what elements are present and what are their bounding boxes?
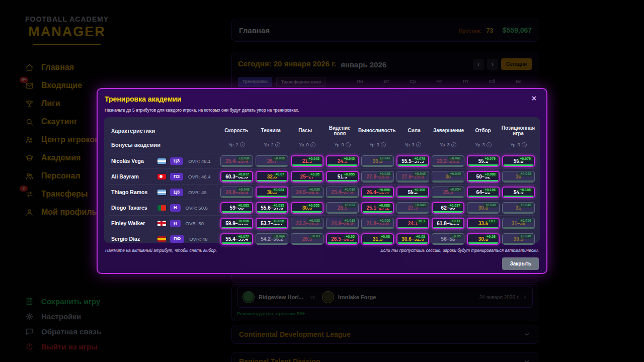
bonus-badge: +0.045 — [448, 171, 463, 176]
attribute-cell[interactable]: +0.07760.3–62.3 — [220, 171, 253, 183]
progress-bar — [221, 165, 252, 166]
attribute-cell[interactable]: +0.1161.8–63.8 — [432, 218, 464, 229]
bonus-badge: +0.045 — [518, 171, 533, 176]
info-icon[interactable]: i — [487, 142, 492, 147]
level-label: Ур. 3 — [510, 142, 520, 147]
attribute-cell[interactable]: +0.10659.2 — [396, 187, 429, 198]
attribute-cell[interactable]: +0.09659.9–61.9 — [220, 218, 253, 229]
attribute-cell[interactable]: +0.04530 — [502, 171, 535, 183]
player-row-2: Thiago RamosЦЗOVR: 49+0.04824.8–26.8+0.0… — [109, 184, 535, 200]
attribute-cell[interactable]: +0.08430.3 — [256, 187, 288, 198]
attribute-cell[interactable]: +0.0526.5–30.5 — [326, 233, 359, 245]
attribute-cell[interactable]: +0.04530.5 — [502, 233, 535, 245]
attribute-cell[interactable]: +0.05425.3 — [432, 187, 464, 198]
column-level-1: Ур. 2i — [256, 142, 288, 147]
attribute-cell[interactable]: +0.07959.1 — [467, 155, 500, 167]
attribute-cell[interactable]: +0.07755.4–59.4 — [220, 233, 253, 245]
characteristics-header: Характеристики — [109, 128, 218, 134]
info-icon[interactable]: i — [310, 142, 315, 147]
position-badge: Н — [170, 204, 181, 212]
attribute-cell[interactable]: +0.05530.3 — [291, 202, 324, 214]
attribute-cell[interactable]: +0.0556–58 — [432, 233, 464, 245]
attribute-cell[interactable]: +0.05621.8–23.8 — [361, 218, 394, 229]
attribute-cell[interactable]: +0.0831.3 — [361, 233, 394, 245]
column-header-1: Техника — [255, 128, 286, 134]
attribute-cell[interactable]: +0.05631–35 — [502, 218, 535, 229]
attribute-cell[interactable]: +0.05551.9 — [326, 171, 359, 183]
column-level-0: Ур. 2i — [220, 142, 253, 147]
player-name: Finley Walker — [111, 220, 153, 226]
attribute-cell[interactable]: +0.04524.9 — [326, 155, 359, 167]
progress-bar — [292, 227, 323, 229]
attribute-cell[interactable]: +0.03328.5 — [326, 202, 359, 214]
attribute-cell[interactable]: +0.04123.2–25.2 — [432, 155, 464, 167]
info-icon[interactable]: i — [451, 142, 456, 147]
attribute-cell[interactable]: +0.04527.6–29.6 — [396, 171, 429, 183]
attribute-cell[interactable]: +0.0830.8 — [467, 233, 500, 245]
attribute-cell[interactable]: +0.09626.4–30.4 — [361, 187, 394, 198]
training-table: Характеристики СкоростьТехникаПасыВидени… — [104, 117, 540, 243]
info-icon[interactable]: i — [275, 142, 280, 147]
attribute-cell[interactable]: +0.10664–66 — [467, 187, 500, 198]
attribute-cell[interactable]: +0.03626.7 — [256, 155, 288, 167]
bonus-badge: +0.049 — [483, 203, 498, 208]
attribute-cell[interactable]: +0.08555.6–57.6 — [256, 202, 288, 214]
bonus-badge: +0.036 — [342, 187, 357, 192]
bonus-badge: +0.079 — [518, 156, 533, 161]
info-icon[interactable]: i — [522, 142, 527, 147]
progress-bar — [327, 196, 358, 198]
progress-bar — [397, 180, 428, 182]
progress-bar — [398, 196, 428, 197]
attribute-cell[interactable]: +0.04530 — [432, 171, 464, 183]
attribute-cell[interactable]: +0.0732.8 — [256, 171, 288, 183]
bonus-badge: +0.041 — [448, 156, 463, 161]
attribute-cell[interactable]: +0.04133.3 — [361, 155, 394, 167]
attribute-cell[interactable]: +0.03823.3–25.3 — [291, 218, 324, 229]
attribute-cell[interactable]: +0.0525–27 — [291, 171, 324, 183]
attribute-cell[interactable]: +0.07959.8 — [502, 155, 535, 167]
info-icon[interactable]: i — [381, 142, 386, 147]
bonus-badge: +0.036 — [236, 156, 252, 161]
attribute-cell[interactable]: +0.08559–63 — [220, 202, 253, 214]
attribute-cell[interactable]: +0.09762–66 — [432, 202, 464, 214]
bonus-badge: +0.03 — [309, 234, 322, 239]
column-header-0: Скорость — [220, 128, 252, 134]
info-icon[interactable]: i — [346, 142, 351, 147]
attribute-cell[interactable]: +0.0830.6–32.6 — [396, 233, 429, 245]
attribute-cell[interactable]: +0.03624.5–28.5 — [291, 187, 324, 198]
attribute-cell[interactable]: +0.03824.9–26.9 — [326, 218, 359, 229]
attribute-cell[interactable]: +0.10654.4 — [502, 187, 535, 198]
attribute-cell[interactable]: +0.0326.5 — [291, 233, 324, 245]
close-button[interactable]: Закрыть — [502, 257, 539, 270]
attribute-cell[interactable]: +0.08850–52 — [467, 171, 500, 183]
level-label: Ур. 0 — [334, 142, 344, 147]
attribute-cell[interactable]: +0.04454.2–56.2 — [256, 233, 288, 245]
portugal-flag-icon — [157, 205, 166, 211]
attribute-cell[interactable]: +0.04931 — [502, 202, 535, 214]
attribute-cell[interactable]: +0.124.1 — [396, 218, 429, 229]
attribute-cell[interactable]: +0.07955.5–57.5 — [396, 155, 429, 167]
attribute-cell[interactable]: +0.04824.8–26.8 — [220, 187, 253, 198]
close-icon[interactable]: × — [529, 94, 539, 103]
attribute-cell[interactable]: +0.04927.9 — [396, 202, 429, 214]
bonus-badge: +0.084 — [271, 188, 286, 193]
hint-left: Нажмите на активный атрибут, чтобы снять… — [105, 248, 217, 253]
attribute-cell[interactable]: +0.03625.4–29.4 — [220, 155, 253, 167]
attribute-cell[interactable]: +0.03623.4–27.4 — [326, 187, 359, 198]
player-ovr: OVR: 48.1 — [188, 158, 210, 164]
info-icon[interactable]: i — [416, 142, 421, 147]
attribute-cell[interactable]: +0.133.8 — [467, 218, 500, 229]
attribute-cell[interactable]: +0.04521.5 — [291, 155, 324, 167]
attribute-cell[interactable]: +0.09653.7–55.7 — [256, 218, 288, 229]
bonus-badge: +0.088 — [377, 203, 392, 208]
attribute-cell[interactable]: +0.04527.8–29.8 — [361, 171, 394, 183]
attribute-cell[interactable]: +0.08825.1–27.1 — [361, 202, 394, 214]
bonus-badge: +0.054 — [448, 187, 463, 192]
bonus-badge: +0.045 — [342, 156, 357, 161]
info-icon[interactable]: i — [240, 142, 245, 147]
attribute-cell[interactable]: +0.04930.8 — [467, 202, 500, 214]
bonus-badge: +0.036 — [307, 187, 322, 192]
column-level-8: Ур. 3i — [502, 142, 535, 147]
bonus-badge: +0.096 — [271, 219, 286, 224]
bonus-badge: +0.106 — [518, 188, 533, 193]
